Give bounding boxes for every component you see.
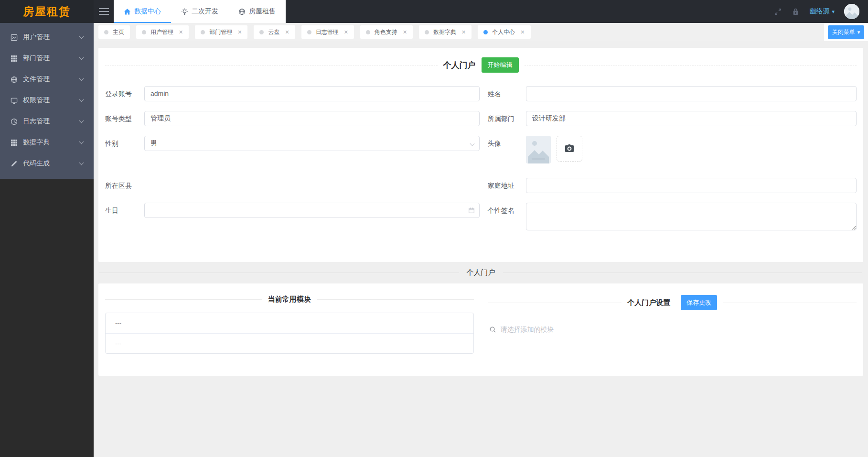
top-header: 房屋租赁 数据中心 二次开发 房屋租售 幽络源 ▾ bbox=[0, 0, 868, 23]
name-field[interactable] bbox=[526, 86, 857, 101]
avatar-image bbox=[526, 136, 551, 163]
camera-icon bbox=[564, 143, 575, 154]
tab-label: 角色支持 bbox=[375, 28, 397, 36]
close-menu-button[interactable]: 关闭菜单 ▾ bbox=[828, 25, 865, 39]
avatar-placeholder-icon bbox=[844, 4, 859, 19]
fullscreen-icon[interactable] bbox=[774, 8, 782, 16]
sidebar-item-department-management[interactable]: 部门管理 bbox=[0, 48, 94, 69]
hamburger-menu-button[interactable] bbox=[94, 0, 114, 23]
birthday-field[interactable] bbox=[144, 203, 480, 218]
sidebar-item-user-management[interactable]: 用户管理 bbox=[0, 27, 94, 48]
frequent-modules-column: 当前常用模块 --- --- bbox=[105, 295, 474, 354]
start-edit-button[interactable]: 开始编辑 bbox=[482, 57, 519, 73]
upload-avatar-button[interactable] bbox=[557, 136, 582, 162]
tab-dot bbox=[425, 30, 429, 34]
district-label: 所在区县 bbox=[105, 178, 144, 193]
save-changes-button[interactable]: 保存更改 bbox=[681, 295, 717, 310]
grid-icon bbox=[11, 55, 18, 62]
nav-label: 数据中心 bbox=[134, 7, 161, 16]
tab-dot bbox=[201, 30, 205, 34]
tab-dot bbox=[104, 30, 108, 34]
name-label: 姓名 bbox=[488, 86, 526, 101]
module-list-item[interactable]: --- bbox=[106, 333, 473, 353]
chevron-down-icon bbox=[79, 55, 84, 60]
tab-dot bbox=[483, 30, 488, 34]
sidebar-item-label: 部门管理 bbox=[23, 54, 80, 63]
tab-label: 用户管理 bbox=[150, 28, 173, 36]
chevron-down-icon bbox=[79, 118, 84, 123]
sidebar-item-file-management[interactable]: 文件管理 bbox=[0, 69, 94, 90]
tab-label: 日志管理 bbox=[316, 28, 339, 36]
tab-personal-center[interactable]: 个人中心 ✕ bbox=[478, 25, 530, 39]
close-icon[interactable]: ✕ bbox=[285, 29, 289, 35]
frequent-modules-title: 当前常用模块 bbox=[268, 295, 311, 304]
image-placeholder-icon bbox=[526, 136, 551, 163]
tab-user-management[interactable]: 用户管理 ✕ bbox=[136, 25, 189, 39]
sidebar-item-label: 日志管理 bbox=[23, 117, 80, 126]
tab-department-management[interactable]: 部门管理 ✕ bbox=[195, 25, 247, 39]
module-list-item[interactable]: --- bbox=[106, 313, 473, 333]
portal-section-title: 个人门户 bbox=[459, 268, 503, 277]
sidebar-item-label: 数据字典 bbox=[23, 138, 80, 147]
sidebar-item-log-management[interactable]: 日志管理 bbox=[0, 111, 94, 132]
account-type-field[interactable] bbox=[144, 111, 480, 126]
birthday-label: 生日 bbox=[105, 203, 144, 218]
sidebar-item-data-dictionary[interactable]: 数据字典 bbox=[0, 132, 94, 153]
nav-label: 二次开发 bbox=[192, 7, 218, 16]
gender-select[interactable]: 男 bbox=[144, 136, 480, 151]
lock-icon[interactable] bbox=[792, 8, 800, 16]
sidebar-item-code-generation[interactable]: 代码生成 bbox=[0, 153, 94, 174]
user-avatar[interactable] bbox=[844, 4, 859, 19]
hamburger-icon bbox=[99, 8, 109, 9]
chevron-down-icon bbox=[79, 139, 84, 144]
tab-dot bbox=[366, 30, 370, 34]
tab-home[interactable]: 主页 bbox=[98, 25, 130, 39]
globe-icon bbox=[11, 76, 18, 83]
open-tabs-bar: 主页 用户管理 ✕ 部门管理 ✕ 云盘 ✕ 日志管理 ✕ bbox=[94, 23, 868, 41]
tab-role-support[interactable]: 角色支持 ✕ bbox=[360, 25, 413, 39]
home-icon bbox=[124, 8, 131, 15]
gender-label: 性别 bbox=[105, 136, 144, 151]
tab-log-management[interactable]: 日志管理 ✕ bbox=[301, 25, 354, 39]
sidebar-item-label: 权限管理 bbox=[23, 96, 80, 105]
login-account-label: 登录账号 bbox=[105, 86, 144, 101]
close-icon[interactable]: ✕ bbox=[403, 29, 407, 35]
chevron-down-icon bbox=[79, 160, 84, 165]
profile-card-title: 个人门户 bbox=[443, 60, 476, 71]
sidebar-item-label: 文件管理 bbox=[23, 75, 80, 84]
tab-dot bbox=[259, 30, 264, 34]
department-label: 所属部门 bbox=[488, 111, 526, 126]
search-icon bbox=[489, 326, 496, 333]
close-icon[interactable]: ✕ bbox=[237, 29, 242, 35]
caret-down-icon: ▾ bbox=[832, 9, 835, 15]
nav-item-data-center[interactable]: 数据中心 bbox=[114, 0, 171, 23]
app-logo: 房屋租赁 bbox=[0, 0, 94, 23]
pencil-icon bbox=[11, 160, 18, 167]
module-search-input[interactable] bbox=[501, 326, 857, 333]
tab-dot bbox=[142, 30, 146, 34]
portal-config-title: 个人门户设置 bbox=[627, 298, 670, 307]
globe-icon bbox=[238, 8, 246, 15]
nav-item-secondary-dev[interactable]: 二次开发 bbox=[171, 0, 228, 23]
sidebar-item-label: 用户管理 bbox=[23, 33, 80, 42]
portal-config-column: 个人门户设置 保存更改 bbox=[488, 295, 857, 354]
sidebar-item-permission-management[interactable]: 权限管理 bbox=[0, 90, 94, 111]
user-menu[interactable]: 幽络源 ▾ bbox=[809, 7, 835, 16]
department-field[interactable] bbox=[526, 111, 857, 126]
nav-label: 房屋租售 bbox=[249, 7, 276, 16]
close-icon[interactable]: ✕ bbox=[520, 29, 525, 35]
nav-item-house-rent[interactable]: 房屋租售 bbox=[228, 0, 286, 23]
address-field[interactable] bbox=[526, 178, 857, 193]
chart-square-icon bbox=[11, 34, 18, 41]
close-icon[interactable]: ✕ bbox=[179, 29, 183, 35]
portal-section-divider: 个人门户 bbox=[99, 268, 862, 277]
tab-cloud-disk[interactable]: 云盘 ✕ bbox=[254, 25, 295, 39]
close-icon[interactable]: ✕ bbox=[461, 29, 466, 35]
grid-icon bbox=[11, 139, 18, 146]
close-icon[interactable]: ✕ bbox=[344, 29, 348, 35]
tab-data-dictionary[interactable]: 数据字典 ✕ bbox=[419, 25, 472, 39]
login-account-field[interactable] bbox=[144, 86, 480, 101]
tab-label: 部门管理 bbox=[209, 28, 232, 36]
signature-textarea[interactable] bbox=[526, 203, 857, 230]
monitor-icon bbox=[11, 97, 18, 104]
